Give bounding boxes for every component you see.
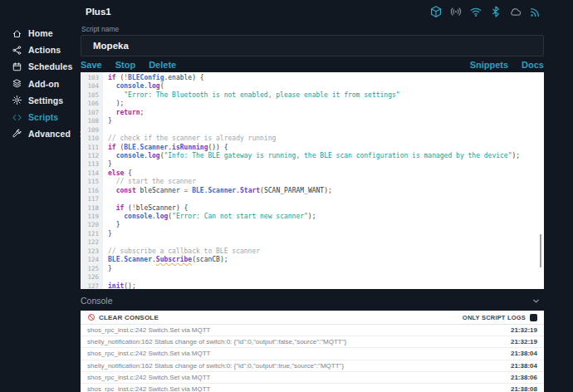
console-log-row: shos_rpc_inst.c:242 Switch.Set via MQTT2… <box>81 384 544 392</box>
line-number: 123 <box>81 247 103 256</box>
ban-icon <box>87 313 96 321</box>
log-message: shos_rpc_inst.c:242 Switch.Set via MQTT <box>87 374 211 381</box>
line-number: 103 <box>81 74 103 82</box>
code-text: BLE.Scanner.Subscribe(scanCB); <box>103 256 228 264</box>
line-number: 108 <box>81 117 103 125</box>
log-message: shos_rpc_inst.c:242 Switch.Set via MQTT <box>87 350 211 357</box>
code-line: 105 "Error: The Bluetooth is not enabled… <box>81 91 544 100</box>
sidebar-item-label: Add-on <box>28 79 59 89</box>
console-section-header[interactable]: Console <box>81 292 544 309</box>
code-text: const bleScanner = BLE.Scanner.Start(SCA… <box>103 187 332 195</box>
chevron-down-icon[interactable] <box>531 296 541 306</box>
delete-button[interactable]: Delete <box>149 60 176 70</box>
rss-icon <box>529 5 542 18</box>
editor-scrollbar[interactable] <box>540 234 541 267</box>
log-timestamp: 21:38:04 <box>511 362 537 370</box>
code-text: console.log("Error: Can not start new sc… <box>103 213 316 221</box>
code-text: if (!BLEConfig.enable) { <box>103 74 204 82</box>
schedules-icon <box>12 61 22 72</box>
cube-icon <box>429 5 443 18</box>
code-text: ); <box>103 100 124 108</box>
sidebar-item-settings[interactable]: Settings <box>0 93 81 108</box>
snippets-button[interactable]: Snippets <box>470 60 508 70</box>
line-number: 120 <box>81 221 103 229</box>
log-timestamp: 21:32:19 <box>511 338 537 345</box>
clear-console-label: CLEAR CONSOLE <box>99 314 159 321</box>
code-text: console.log( <box>103 82 164 91</box>
sidebar-item-label: Advanced <box>28 129 71 139</box>
device-status-icons <box>429 5 542 18</box>
code-line: 114else { <box>81 169 544 178</box>
code-text: if (BLE.Scanner.isRunning()) { <box>103 144 228 152</box>
sidebar-item-add-on[interactable]: Add-on <box>0 76 81 91</box>
clear-console-button[interactable]: CLEAR CONSOLE <box>87 313 159 321</box>
code-text: if (!bleScanner) { <box>103 204 188 213</box>
code-text: // check if the scanner is already runni… <box>103 135 276 143</box>
log-message: shelly_notification:162 Status change of… <box>87 338 346 345</box>
code-text: else { <box>103 169 132 178</box>
code-text <box>103 195 108 203</box>
code-line: 117 <box>81 195 544 203</box>
code-line: 122 <box>81 238 544 247</box>
code-line: 127init(); <box>81 282 544 290</box>
code-line: 110// check if the scanner is already ru… <box>81 135 544 143</box>
code-line: 123// subscribe a callback to BLE scanne… <box>81 247 544 256</box>
line-number: 115 <box>81 178 103 186</box>
line-number: 110 <box>81 135 103 143</box>
code-line: 107 return; <box>81 109 544 117</box>
console-log-row: shelly_notification:162 Status change of… <box>81 336 544 348</box>
code-text: } <box>103 117 112 125</box>
console-panel[interactable]: CLEAR CONSOLE ONLY SCRIPT LOGS shos_rpc_… <box>81 311 544 392</box>
sidebar-item-label: Scripts <box>28 112 58 122</box>
sidebar-item-home[interactable]: Home <box>0 26 81 41</box>
code-line: 111if (BLE.Scanner.isRunning()) { <box>81 144 544 152</box>
console-panel-header: CLEAR CONSOLE ONLY SCRIPT LOGS <box>81 311 544 325</box>
line-number: 122 <box>81 238 103 247</box>
sidebar-item-schedules[interactable]: Schedules <box>0 59 81 74</box>
line-number: 104 <box>81 82 103 91</box>
code-text <box>103 238 108 247</box>
stop-button[interactable]: Stop <box>115 60 135 70</box>
code-editor[interactable]: 103if (!BLEConfig.enable) {104 console.l… <box>81 72 544 289</box>
code-text: } <box>103 221 120 229</box>
line-number: 118 <box>81 204 103 213</box>
code-text: console.log("Info: The BLE gateway is ru… <box>103 152 520 160</box>
code-text: init(); <box>103 282 136 290</box>
code-text <box>103 273 108 282</box>
code-line: 120 } <box>81 221 544 229</box>
line-number: 114 <box>81 169 103 178</box>
line-number: 126 <box>81 273 103 282</box>
code-text: } <box>103 265 112 273</box>
sidebar-item-actions[interactable]: Actions <box>0 42 81 57</box>
log-message: shos_rpc_inst.c:242 Switch.Set via MQTT <box>87 326 211 334</box>
only-script-logs-label: ONLY SCRIPT LOGS <box>463 314 526 321</box>
save-button[interactable]: Save <box>81 60 102 70</box>
home-icon <box>12 28 22 39</box>
sidebar-item-label: Home <box>28 28 53 38</box>
script-name-input[interactable] <box>81 35 544 56</box>
code-text: // start the scanner <box>103 178 196 186</box>
only-script-logs-checkbox[interactable] <box>530 314 537 321</box>
code-text: // subscribe a callback to BLE scanner <box>103 247 260 256</box>
sidebar-item-advanced[interactable]: Advanced <box>0 126 81 141</box>
actions-icon <box>12 45 22 56</box>
log-message: shelly_notification:162 Status change of… <box>87 362 344 370</box>
code-line: 106 ); <box>81 100 544 108</box>
code-text: } <box>103 230 112 238</box>
line-number: 112 <box>81 152 103 160</box>
code-line: 119 console.log("Error: Can not start ne… <box>81 213 544 221</box>
console-log-row: shos_rpc_inst.c:242 Switch.Set via MQTT2… <box>81 372 544 384</box>
only-script-logs-toggle: ONLY SCRIPT LOGS <box>463 314 537 321</box>
line-number: 125 <box>81 265 103 273</box>
console-log-row: shelly_notification:162 Status change of… <box>81 360 544 372</box>
code-text: } <box>103 160 112 169</box>
docs-button[interactable]: Docs <box>522 60 544 70</box>
line-number: 113 <box>81 160 103 169</box>
console-log-row: shos_rpc_inst.c:242 Switch.Set via MQTT2… <box>81 348 544 360</box>
line-number: 121 <box>81 230 103 238</box>
code-line: 103if (!BLEConfig.enable) { <box>81 74 544 82</box>
scripts-icon <box>12 112 22 123</box>
sidebar-item-scripts[interactable]: Scripts <box>0 110 81 125</box>
line-number: 117 <box>81 195 103 203</box>
line-number: 105 <box>81 91 103 100</box>
